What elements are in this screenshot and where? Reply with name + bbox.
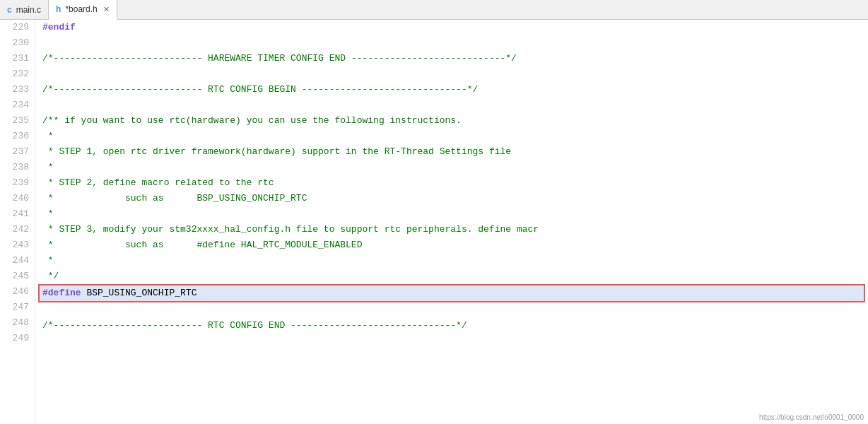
line-number-233: 233	[6, 82, 29, 98]
tab-label-board-h: *board.h	[65, 4, 97, 14]
code-line-230	[38, 35, 865, 51]
code-line-233: /*--------------------------- RTC CONFIG…	[38, 82, 865, 98]
line-number-231: 231	[6, 51, 29, 66]
code-area: 2292302312322332342352362372382392402412…	[0, 20, 868, 424]
comment-text: /*--------------------------- HAREWARE T…	[42, 53, 517, 64]
keyword: #endif	[42, 22, 76, 33]
line-number-234: 234	[6, 98, 29, 113]
code-line-249	[38, 334, 865, 349]
line-number-246: 246	[6, 284, 29, 300]
code-line-232	[38, 66, 865, 82]
line-number-241: 241	[6, 206, 29, 222]
code-line-229: #endif	[38, 20, 865, 35]
code-line-248: /*--------------------------- RTC CONFIG…	[38, 318, 865, 334]
code-line-246: #define BSP_USING_ONCHIP_RTC	[38, 284, 865, 302]
code-line-238: *	[38, 160, 865, 175]
line-number-237: 237	[6, 144, 29, 160]
comment-text: * STEP 1, open rtc driver framework(hard…	[42, 146, 511, 157]
comment-text: *	[42, 162, 54, 172]
line-number-240: 240	[6, 191, 29, 206]
line-number-236: 236	[6, 129, 29, 144]
comment-text: *	[42, 131, 54, 141]
line-numbers: 2292302312322332342352362372382392402412…	[0, 20, 35, 424]
comment-text: * STEP 2, define macro related to the rt…	[42, 177, 274, 188]
code-line-237: * STEP 1, open rtc driver framework(hard…	[38, 144, 865, 160]
comment-text: /*--------------------------- RTC CONFIG…	[42, 84, 478, 95]
code-line-242: * STEP 3, modify your stm32xxxx_hal_conf…	[38, 222, 865, 237]
comment-text: /*--------------------------- RTC CONFIG…	[42, 320, 467, 331]
tab-close-board-h[interactable]: ✕	[103, 5, 110, 14]
line-number-232: 232	[6, 66, 29, 82]
comment-text: *	[42, 255, 54, 266]
code-line-231: /*--------------------------- HAREWARE T…	[38, 51, 865, 66]
code-line-236: *	[38, 129, 865, 144]
line-number-229: 229	[6, 20, 29, 35]
line-number-238: 238	[6, 160, 29, 175]
line-number-248: 248	[6, 315, 29, 331]
code-line-243: * such as #define HAL_RTC_MODULE_ENABLED	[38, 237, 865, 253]
code-line-247	[38, 302, 865, 318]
comment-text: * STEP 3, modify your stm32xxxx_hal_conf…	[42, 224, 539, 235]
keyword: #define	[42, 288, 81, 298]
line-number-235: 235	[6, 113, 29, 129]
watermark: https://blog.csdn.net/o0001_0000	[759, 413, 864, 421]
tab-label-main-c: main.c	[16, 5, 41, 15]
line-number-230: 230	[6, 35, 29, 51]
h-icon: h	[56, 4, 61, 14]
tab-bar: cmain.ch*board.h✕	[0, 0, 868, 20]
tab-main-c[interactable]: cmain.c	[0, 0, 49, 19]
code-line-239: * STEP 2, define macro related to the rt…	[38, 175, 865, 191]
code-line-235: /** if you want to use rtc(hardware) you…	[38, 113, 865, 129]
line-number-242: 242	[6, 222, 29, 237]
code-line-240: * such as BSP_USING_ONCHIP_RTC	[38, 191, 865, 206]
line-number-249: 249	[6, 331, 29, 346]
line-number-243: 243	[6, 237, 29, 253]
code-content[interactable]: #endif/*--------------------------- HARE…	[35, 20, 868, 424]
comment-text: * such as BSP_USING_ONCHIP_RTC	[42, 193, 307, 204]
code-line-245: */	[38, 269, 865, 284]
comment-text: * such as #define HAL_RTC_MODULE_ENABLED	[42, 240, 362, 250]
code-text: BSP_USING_ONCHIP_RTC	[81, 288, 197, 298]
comment-text: *	[42, 208, 54, 219]
tab-board-h[interactable]: h*board.h✕	[49, 0, 117, 20]
line-number-244: 244	[6, 253, 29, 269]
c-icon: c	[7, 5, 12, 15]
code-line-234	[38, 98, 865, 113]
comment-text: */	[42, 271, 59, 281]
code-line-244: *	[38, 253, 865, 269]
line-number-239: 239	[6, 175, 29, 191]
code-line-241: *	[38, 206, 865, 222]
line-number-247: 247	[6, 300, 29, 315]
comment-text: /** if you want to use rtc(hardware) you…	[42, 115, 462, 126]
line-number-245: 245	[6, 269, 29, 284]
editor-container: cmain.ch*board.h✕ 2292302312322332342352…	[0, 0, 868, 424]
